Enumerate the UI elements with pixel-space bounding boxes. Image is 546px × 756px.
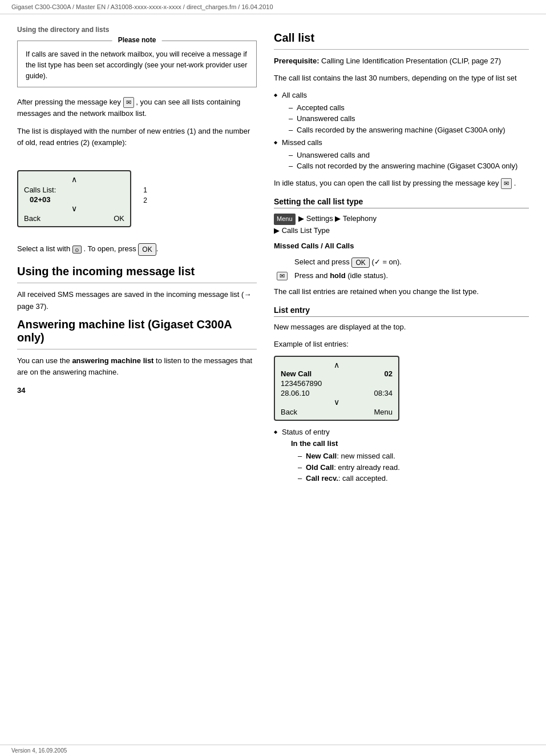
device-ok-label: OK bbox=[114, 214, 124, 223]
device-arrow-up: ∧ bbox=[24, 175, 124, 184]
device2-footer: Back Menu bbox=[281, 408, 393, 416]
arrow3: ▶ bbox=[274, 226, 282, 235]
call-list-divider bbox=[274, 49, 529, 50]
note-text: If calls are saved in the network mailbo… bbox=[26, 49, 248, 81]
h2-answering: Answering machine list (Gigaset C300A on… bbox=[17, 318, 257, 344]
device-arrow-down: ∨ bbox=[24, 204, 124, 214]
status-label: Status of entry bbox=[282, 428, 330, 436]
device-num1: 1 bbox=[143, 186, 147, 194]
sub-accepted: Accepted calls bbox=[288, 102, 529, 114]
device2-arrow-down: ∨ bbox=[281, 397, 393, 407]
incoming-divider bbox=[17, 283, 257, 283]
sub-recorded: Calls recorded by the answering machine … bbox=[288, 124, 529, 136]
device2-date-time: 28.06.10 08:34 bbox=[281, 389, 393, 397]
device2-arrow-up: ∧ bbox=[281, 360, 393, 369]
note-box: Please note If calls are saved in the ne… bbox=[17, 41, 257, 87]
h3-list-entry: List entry bbox=[274, 305, 529, 317]
call-type-list: All calls Accepted calls Unanswered call… bbox=[274, 90, 529, 172]
footer-version: Version 4, 16.09.2005 bbox=[11, 747, 67, 754]
idle-status-label: (idle status). bbox=[347, 271, 388, 280]
prereq-line: Prerequisite: Calling Line Identificatio… bbox=[274, 55, 529, 67]
retain-text: The call list entries are retained when … bbox=[274, 286, 529, 297]
old-call-item: Old Call: entry already read. bbox=[297, 462, 529, 473]
device-list-entry: ∧ New Call 02 1234567890 28.06.10 08:34 … bbox=[274, 356, 399, 421]
idle-text: In idle status, you can open the call li… bbox=[274, 179, 499, 187]
ok-key-icon: OK bbox=[138, 243, 156, 256]
para-contains: The call list contains the last 30 numbe… bbox=[274, 73, 529, 84]
device2-menu: Menu bbox=[374, 408, 393, 416]
page-footer: Version 4, 16.09.2005 bbox=[0, 745, 546, 756]
all-calls-sublist: Accepted calls Unanswered calls Calls re… bbox=[288, 102, 529, 136]
para-message-key: After pressing the message key ✉ , you c… bbox=[17, 96, 257, 119]
call-recv-item: Call recv.: call accepted. bbox=[297, 473, 529, 484]
h2-incoming: Using the incoming message list bbox=[17, 265, 257, 278]
status-entry: Status of entry In the call list New Cal… bbox=[274, 427, 529, 484]
device-num2: 2 bbox=[143, 196, 147, 204]
select-mid: . To open, press bbox=[83, 245, 136, 254]
device2-time: 08:34 bbox=[374, 389, 393, 397]
telephony-label: Telephony bbox=[343, 214, 377, 223]
para1-text: After pressing the message key bbox=[17, 98, 121, 106]
note-title: Please note bbox=[112, 36, 162, 44]
new-call-item: New Call: new missed call. bbox=[297, 451, 529, 462]
spacer bbox=[274, 258, 290, 268]
device-calls-number: 02+03 bbox=[30, 195, 51, 204]
msg-key-idle: ✉ bbox=[501, 178, 512, 189]
missed-all-calls-row: Missed Calls / All Calls bbox=[274, 240, 529, 252]
para-incoming: All received SMS messages are saved in t… bbox=[17, 289, 257, 312]
bullet-missed-calls: Missed calls Unanswered calls and Calls … bbox=[274, 137, 529, 172]
nav-icon: ⊙ bbox=[72, 246, 82, 254]
device2-new-call: New Call bbox=[281, 369, 312, 378]
hold-desc: Press and hold (idle status). bbox=[294, 271, 388, 280]
missed-all-calls-label: Missed Calls / All Calls bbox=[274, 242, 354, 250]
page-number: 34 bbox=[17, 386, 257, 395]
msg-key-hold: ✉ bbox=[277, 272, 288, 280]
old-call-desc: entry already read. bbox=[338, 463, 399, 472]
device2-phone-number: 1234567890 bbox=[281, 379, 393, 388]
arrow1: ▶ bbox=[298, 214, 306, 223]
answering-divider bbox=[17, 349, 257, 349]
menu-key: Menu bbox=[274, 214, 296, 225]
device2-date: 28.06.10 bbox=[281, 389, 310, 397]
menu-path: Menu ▶ Settings ▶ Telephony ▶ Calls List… bbox=[274, 213, 529, 237]
device-back-label: Back bbox=[24, 214, 41, 223]
bullet-all-calls: All calls Accepted calls Unanswered call… bbox=[274, 90, 529, 135]
calls-list-type-label: Calls List Type bbox=[282, 226, 330, 235]
device2-row1: New Call 02 bbox=[281, 369, 393, 378]
device2-back: Back bbox=[281, 408, 297, 416]
missed-calls-sublist: Unanswered calls and Calls not recorded … bbox=[288, 150, 529, 172]
para-answering-pre: You can use the bbox=[17, 356, 70, 365]
device2-num: 02 bbox=[385, 369, 393, 378]
call-recv-desc: call accepted. bbox=[342, 474, 388, 482]
checkmark-text: (✓ = on). bbox=[371, 258, 402, 266]
para-list-display: The list is displayed with the number of… bbox=[17, 126, 257, 148]
select-text: Select a list with bbox=[17, 245, 70, 254]
para-idle: In idle status, you can open the call li… bbox=[274, 178, 529, 189]
old-call-label: Old Call bbox=[306, 463, 334, 472]
device-calls-label: Calls List: bbox=[24, 186, 124, 194]
call-recv-colon: : bbox=[338, 474, 342, 482]
para-answering: You can use the answering machine list t… bbox=[17, 355, 257, 378]
new-messages-text: New messages are displayed at the top. bbox=[274, 321, 529, 333]
sub-unanswered: Unanswered calls bbox=[288, 113, 529, 124]
left-column: Using the directory and lists Please not… bbox=[17, 26, 257, 490]
press-label: Press and bbox=[294, 271, 328, 280]
header-text: Gigaset C300-C300A / Master EN / A31008-… bbox=[11, 3, 273, 10]
prereq-text: Calling Line Identification Presentation… bbox=[321, 57, 501, 65]
page-header: Gigaset C300-C300A / Master EN / A31008-… bbox=[0, 0, 546, 14]
arrow2: ▶ bbox=[335, 214, 342, 223]
prereq-label: Prerequisite: bbox=[274, 57, 319, 65]
sub-unanswered-missed: Unanswered calls and bbox=[288, 150, 529, 161]
para-answering-bold: answering machine list bbox=[72, 356, 153, 365]
idle-end: . bbox=[514, 179, 516, 187]
sub-not-recorded: Calls not recorded by the answering mach… bbox=[288, 160, 529, 172]
device-calls-list: ∧ Calls List: 02+03 ∨ Back OK bbox=[17, 170, 131, 228]
select-instruction: Select a list with ⊙ . To open, press OK… bbox=[17, 243, 257, 256]
in-call-list-section: In the call list New Call: new missed ca… bbox=[291, 438, 529, 484]
new-call-desc: new missed call. bbox=[341, 452, 395, 460]
device-footer: Back OK bbox=[24, 214, 124, 223]
select-desc-text: Select and press bbox=[294, 258, 350, 266]
right-column: Call list Prerequisite: Calling Line Ide… bbox=[274, 26, 529, 490]
h3-setting: Setting the call list type bbox=[274, 197, 529, 208]
status-list: Status of entry In the call list New Cal… bbox=[274, 427, 529, 484]
